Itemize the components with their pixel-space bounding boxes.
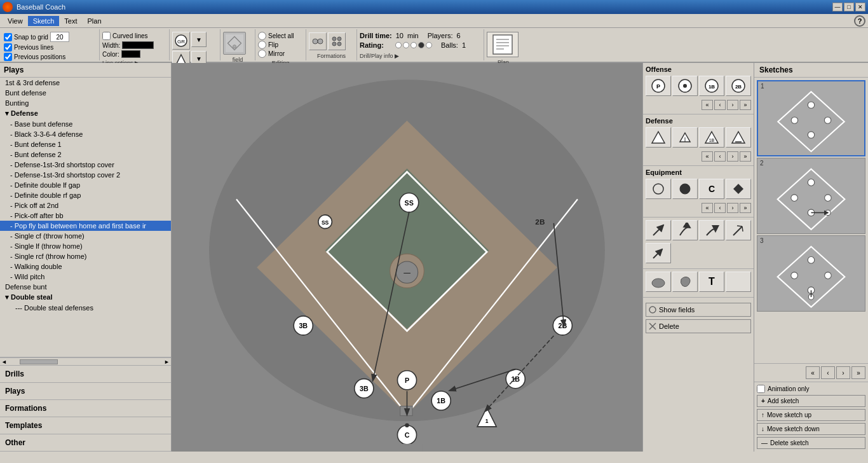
offense-2b-btn[interactable]: 2B (726, 76, 751, 96)
menu-sketch[interactable]: Sketch (28, 16, 60, 26)
plan-button[interactable] (487, 32, 519, 57)
tree-item[interactable]: - Single lf (throw home) (0, 241, 171, 251)
defense-nav-first[interactable]: « (702, 151, 713, 162)
defense-btn-4[interactable] (726, 127, 751, 148)
previous-positions-checkbox[interactable] (4, 53, 12, 61)
tree-item[interactable]: Bunting (0, 98, 171, 108)
arrow-curved-btn[interactable] (672, 220, 698, 240)
shape-blob-btn[interactable] (672, 272, 698, 292)
previous-lines-checkbox[interactable] (4, 43, 12, 52)
delete-sketch-button[interactable]: — Delete sketch (757, 437, 865, 449)
tree-item[interactable]: Defense bunt (0, 282, 171, 292)
nav-templates[interactable]: Templates (0, 417, 171, 434)
defense-btn-1[interactable] (646, 127, 671, 148)
equipment-nav-prev[interactable]: ‹ (714, 203, 726, 213)
tree-item[interactable]: - Single rcf (throw home) (0, 251, 171, 261)
drill-info-expand-icon[interactable]: ▶ (395, 53, 399, 59)
tree-item[interactable]: ▾ Double steal (0, 292, 171, 303)
show-fields-button[interactable]: Show fields (646, 303, 751, 317)
color-preview[interactable] (121, 50, 140, 58)
snap-to-grid-checkbox[interactable] (4, 33, 12, 41)
defense-nav-prev[interactable]: ‹ (714, 151, 726, 162)
sketch-thumb-3[interactable]: 3 (757, 235, 865, 312)
window-controls[interactable]: — □ ✕ (832, 3, 865, 11)
tree-item[interactable]: - Black 3-3-6-4 defense (0, 129, 171, 139)
arrow-straight-btn[interactable] (646, 220, 671, 240)
tree-item[interactable]: - Pick-off after bb (0, 211, 171, 221)
tree-item[interactable]: 1st & 3rd defense (0, 78, 171, 88)
horizontal-scrollbar[interactable]: ◄ ► (0, 357, 171, 365)
animation-only-checkbox[interactable] (757, 385, 765, 393)
player-btn-1[interactable]: GR (172, 32, 190, 50)
defense-btn-3[interactable]: 1B (699, 127, 724, 148)
shape-oval-btn[interactable] (646, 272, 671, 292)
tree-item[interactable]: - Wild pitch (0, 272, 171, 282)
tree-item[interactable]: - Defense-1st-3rd shortstop cover (0, 160, 171, 170)
defense-btn-2[interactable] (672, 127, 698, 148)
scroll-left-btn[interactable]: ◄ (1, 359, 7, 365)
arrow-diagonal-btn[interactable] (646, 243, 671, 263)
equipment-nav-next[interactable]: › (727, 203, 738, 213)
nav-formations[interactable]: Formations (0, 400, 171, 417)
equipment-nav-first[interactable]: « (702, 203, 713, 213)
tree-item[interactable]: --- Double steal defenses (0, 303, 171, 313)
delete-button[interactable]: Delete (646, 319, 751, 333)
plays-tree[interactable]: 1st & 3rd defenseBunt defenseBunting▾ De… (0, 78, 171, 357)
canvas-area[interactable]: SS SS 2B 3B 2B 1B — P 3B (172, 63, 642, 452)
sketches-nav-next[interactable]: › (836, 366, 850, 379)
offense-p-btn[interactable]: P (646, 76, 671, 96)
offense-1b-btn[interactable]: 1B (699, 76, 724, 96)
menu-view[interactable]: View (3, 16, 28, 26)
tree-item[interactable]: - Bunt defense 2 (0, 149, 171, 160)
sketches-nav-last[interactable]: » (851, 366, 865, 379)
defense-nav-next[interactable]: › (727, 151, 738, 162)
field-button[interactable] (223, 32, 246, 55)
offense-c-btn[interactable] (672, 76, 698, 96)
equipment-nav-last[interactable]: » (740, 203, 751, 213)
nav-drills[interactable]: Drills (0, 366, 171, 383)
tree-item[interactable]: - Definite double rf gap (0, 190, 171, 200)
player-dropdown-btn[interactable]: ▼ (191, 32, 207, 47)
offense-nav-last[interactable]: » (740, 100, 751, 110)
scroll-right-btn[interactable]: ► (164, 359, 170, 365)
tree-item[interactable]: - Bunt defense 1 (0, 139, 171, 149)
nav-plays[interactable]: Plays (0, 383, 171, 400)
tree-item[interactable]: - Single cf (throw home) (0, 231, 171, 241)
menu-plan[interactable]: Plan (82, 16, 106, 26)
help-button[interactable]: ? (854, 15, 865, 27)
defense-nav-last[interactable]: » (740, 151, 751, 162)
sketch-thumb-1[interactable]: 1 (757, 80, 865, 156)
tree-item[interactable]: - Base bunt defense (0, 119, 171, 129)
tree-item[interactable]: - Pop fly ball between home and first ba… (0, 221, 171, 231)
maximize-button[interactable]: □ (844, 3, 854, 11)
move-sketch-up-button[interactable]: ↑ Move sketch up (757, 409, 865, 421)
sketch-thumb-2[interactable]: 2 (757, 158, 865, 234)
tree-item[interactable]: - Walking double (0, 261, 171, 272)
equip-diamond-btn[interactable] (726, 179, 751, 199)
nav-other[interactable]: Other (0, 434, 171, 452)
arrow-pick-btn[interactable] (726, 220, 751, 240)
shape-text-btn[interactable]: T (699, 272, 724, 292)
offense-nav-first[interactable]: « (702, 100, 713, 110)
select-all-radio[interactable] (258, 32, 266, 40)
arrow-return-btn[interactable] (699, 220, 724, 240)
move-sketch-down-button[interactable]: ↓ Move sketch down (757, 423, 865, 435)
flip-radio[interactable] (258, 41, 266, 49)
equip-circle-outline-btn[interactable] (646, 179, 671, 199)
offense-nav-next[interactable]: › (727, 100, 738, 110)
tree-item[interactable]: Bunt defense (0, 88, 171, 98)
offense-nav-prev[interactable]: ‹ (714, 100, 726, 110)
mirror-radio[interactable] (258, 50, 266, 58)
sketches-nav-prev[interactable]: ‹ (821, 366, 835, 379)
minimize-button[interactable]: — (832, 3, 843, 11)
equip-letter-c-btn[interactable]: C (699, 179, 724, 199)
tree-item[interactable]: ▾ Defense (0, 108, 171, 119)
formations-btn-2[interactable] (328, 32, 346, 50)
add-sketch-button[interactable]: + Add sketch (757, 395, 865, 407)
sketches-nav-first[interactable]: « (806, 366, 820, 379)
tree-item[interactable]: - Definite double lf gap (0, 180, 171, 190)
scroll-thumb[interactable] (20, 359, 58, 364)
curved-lines-checkbox[interactable] (102, 32, 111, 40)
equip-circle-filled-btn[interactable] (672, 179, 698, 199)
menu-text[interactable]: Text (59, 16, 82, 26)
